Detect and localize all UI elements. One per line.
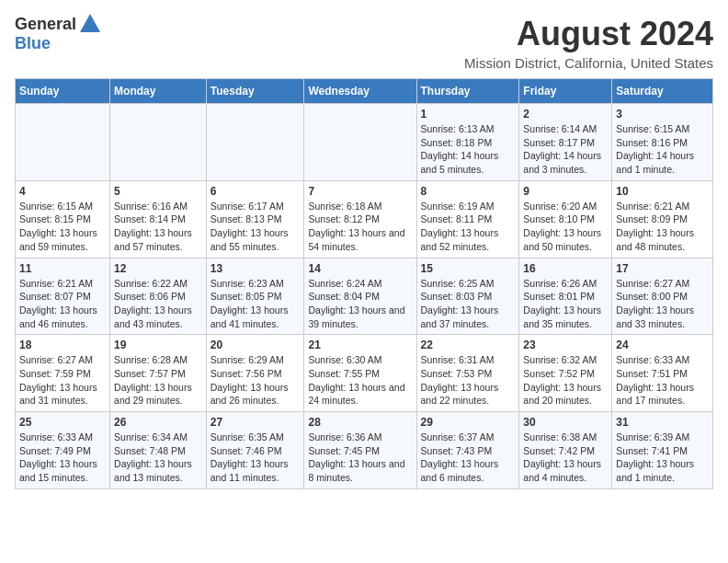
day-info: Sunrise: 6:37 AM Sunset: 7:43 PM Dayligh… <box>421 431 516 485</box>
day-header-thursday: Thursday <box>416 79 519 104</box>
day-info: Sunrise: 6:31 AM Sunset: 7:53 PM Dayligh… <box>421 353 516 408</box>
day-number: 21 <box>308 339 412 351</box>
calendar-cell: 29Sunrise: 6:37 AM Sunset: 7:43 PM Dayli… <box>416 412 519 489</box>
day-number: 30 <box>523 416 608 429</box>
day-number: 28 <box>308 416 412 429</box>
calendar-cell: 24Sunrise: 6:33 AM Sunset: 7:51 PM Dayli… <box>612 335 713 412</box>
day-number: 24 <box>616 339 709 351</box>
day-info: Sunrise: 6:16 AM Sunset: 8:14 PM Dayligh… <box>114 200 202 254</box>
calendar-cell: 20Sunrise: 6:29 AM Sunset: 7:56 PM Dayli… <box>206 335 304 412</box>
calendar-cell: 15Sunrise: 6:25 AM Sunset: 8:03 PM Dayli… <box>416 258 519 335</box>
day-info: Sunrise: 6:15 AM Sunset: 8:16 PM Dayligh… <box>616 122 709 177</box>
day-number: 12 <box>114 262 202 275</box>
day-info: Sunrise: 6:28 AM Sunset: 7:57 PM Dayligh… <box>114 353 202 408</box>
calendar-cell: 19Sunrise: 6:28 AM Sunset: 7:57 PM Dayli… <box>110 335 207 412</box>
calendar-cell: 5Sunrise: 6:16 AM Sunset: 8:14 PM Daylig… <box>110 180 207 258</box>
day-info: Sunrise: 6:26 AM Sunset: 8:01 PM Dayligh… <box>523 277 608 331</box>
day-info: Sunrise: 6:17 AM Sunset: 8:13 PM Dayligh… <box>210 200 301 254</box>
day-header-tuesday: Tuesday <box>206 79 304 104</box>
calendar-cell: 4Sunrise: 6:15 AM Sunset: 8:15 PM Daylig… <box>16 180 110 258</box>
day-info: Sunrise: 6:25 AM Sunset: 8:03 PM Dayligh… <box>421 277 516 331</box>
day-number: 10 <box>616 185 709 198</box>
calendar-cell: 12Sunrise: 6:22 AM Sunset: 8:06 PM Dayli… <box>110 258 207 335</box>
calendar-cell: 25Sunrise: 6:33 AM Sunset: 7:49 PM Dayli… <box>16 412 110 489</box>
logo-icon <box>80 14 100 32</box>
calendar-cell: 30Sunrise: 6:38 AM Sunset: 7:42 PM Dayli… <box>519 412 612 489</box>
day-info: Sunrise: 6:32 AM Sunset: 7:52 PM Dayligh… <box>523 353 608 408</box>
day-number: 31 <box>616 416 709 429</box>
day-number: 1 <box>421 108 516 121</box>
day-info: Sunrise: 6:14 AM Sunset: 8:17 PM Dayligh… <box>523 122 608 177</box>
calendar-cell: 6Sunrise: 6:17 AM Sunset: 8:13 PM Daylig… <box>206 180 304 258</box>
calendar-cell: 1Sunrise: 6:13 AM Sunset: 8:18 PM Daylig… <box>416 104 519 181</box>
day-info: Sunrise: 6:33 AM Sunset: 7:51 PM Dayligh… <box>616 353 709 408</box>
calendar-cell <box>110 104 207 181</box>
header: General Blue August 2024 Mission Distric… <box>15 15 713 71</box>
calendar-cell: 31Sunrise: 6:39 AM Sunset: 7:41 PM Dayli… <box>612 412 713 489</box>
calendar-cell: 13Sunrise: 6:23 AM Sunset: 8:05 PM Dayli… <box>206 258 304 335</box>
day-header-sunday: Sunday <box>16 79 110 104</box>
day-info: Sunrise: 6:21 AM Sunset: 8:09 PM Dayligh… <box>616 200 709 254</box>
main-title: August 2024 <box>464 15 713 53</box>
calendar-cell: 9Sunrise: 6:20 AM Sunset: 8:10 PM Daylig… <box>519 180 612 258</box>
week-row-5: 25Sunrise: 6:33 AM Sunset: 7:49 PM Dayli… <box>16 412 713 489</box>
day-info: Sunrise: 6:35 AM Sunset: 7:46 PM Dayligh… <box>210 431 301 485</box>
day-number: 9 <box>523 185 608 198</box>
day-info: Sunrise: 6:27 AM Sunset: 7:59 PM Dayligh… <box>19 353 106 408</box>
day-info: Sunrise: 6:20 AM Sunset: 8:10 PM Dayligh… <box>523 200 608 254</box>
day-number: 13 <box>210 262 301 275</box>
day-info: Sunrise: 6:27 AM Sunset: 8:00 PM Dayligh… <box>616 277 709 331</box>
day-info: Sunrise: 6:21 AM Sunset: 8:07 PM Dayligh… <box>19 277 106 331</box>
logo-general-text: General <box>15 15 76 34</box>
header-row: SundayMondayTuesdayWednesdayThursdayFrid… <box>16 79 713 104</box>
day-info: Sunrise: 6:30 AM Sunset: 7:55 PM Dayligh… <box>308 353 412 408</box>
calendar-cell: 22Sunrise: 6:31 AM Sunset: 7:53 PM Dayli… <box>416 335 519 412</box>
day-info: Sunrise: 6:33 AM Sunset: 7:49 PM Dayligh… <box>19 431 106 485</box>
calendar-cell: 14Sunrise: 6:24 AM Sunset: 8:04 PM Dayli… <box>304 258 416 335</box>
day-number: 22 <box>421 339 516 351</box>
week-row-2: 4Sunrise: 6:15 AM Sunset: 8:15 PM Daylig… <box>16 180 713 258</box>
day-info: Sunrise: 6:18 AM Sunset: 8:12 PM Dayligh… <box>308 200 412 254</box>
week-row-3: 11Sunrise: 6:21 AM Sunset: 8:07 PM Dayli… <box>16 258 713 335</box>
day-number: 17 <box>616 262 709 275</box>
logo: General Blue <box>15 15 100 53</box>
day-number: 20 <box>210 339 301 351</box>
calendar-cell: 11Sunrise: 6:21 AM Sunset: 8:07 PM Dayli… <box>16 258 110 335</box>
day-info: Sunrise: 6:23 AM Sunset: 8:05 PM Dayligh… <box>210 277 301 331</box>
day-number: 3 <box>616 108 709 121</box>
calendar-cell: 26Sunrise: 6:34 AM Sunset: 7:48 PM Dayli… <box>110 412 207 489</box>
calendar-cell: 3Sunrise: 6:15 AM Sunset: 8:16 PM Daylig… <box>612 104 713 181</box>
day-number: 14 <box>308 262 412 275</box>
day-info: Sunrise: 6:13 AM Sunset: 8:18 PM Dayligh… <box>421 122 516 177</box>
svg-marker-0 <box>80 14 100 32</box>
calendar-cell: 16Sunrise: 6:26 AM Sunset: 8:01 PM Dayli… <box>519 258 612 335</box>
logo-blue-text: Blue <box>15 34 51 52</box>
day-info: Sunrise: 6:24 AM Sunset: 8:04 PM Dayligh… <box>308 277 412 331</box>
day-number: 16 <box>523 262 608 275</box>
calendar-table: SundayMondayTuesdayWednesdayThursdayFrid… <box>15 78 713 489</box>
day-number: 27 <box>210 416 301 429</box>
day-number: 15 <box>421 262 516 275</box>
calendar-cell: 27Sunrise: 6:35 AM Sunset: 7:46 PM Dayli… <box>206 412 304 489</box>
day-number: 6 <box>210 185 301 198</box>
day-header-wednesday: Wednesday <box>304 79 416 104</box>
subtitle: Mission District, California, United Sta… <box>464 55 713 71</box>
day-number: 5 <box>114 185 202 198</box>
calendar-cell <box>206 104 304 181</box>
day-info: Sunrise: 6:38 AM Sunset: 7:42 PM Dayligh… <box>523 431 608 485</box>
calendar-cell: 8Sunrise: 6:19 AM Sunset: 8:11 PM Daylig… <box>416 180 519 258</box>
week-row-4: 18Sunrise: 6:27 AM Sunset: 7:59 PM Dayli… <box>16 335 713 412</box>
day-info: Sunrise: 6:34 AM Sunset: 7:48 PM Dayligh… <box>114 431 202 485</box>
day-number: 23 <box>523 339 608 351</box>
calendar-cell <box>16 104 110 181</box>
day-number: 8 <box>421 185 516 198</box>
day-number: 2 <box>523 108 608 121</box>
calendar-cell: 10Sunrise: 6:21 AM Sunset: 8:09 PM Dayli… <box>612 180 713 258</box>
day-info: Sunrise: 6:19 AM Sunset: 8:11 PM Dayligh… <box>421 200 516 254</box>
day-info: Sunrise: 6:15 AM Sunset: 8:15 PM Dayligh… <box>19 200 106 254</box>
day-number: 18 <box>19 339 106 351</box>
day-info: Sunrise: 6:22 AM Sunset: 8:06 PM Dayligh… <box>114 277 202 331</box>
day-number: 19 <box>114 339 202 351</box>
day-info: Sunrise: 6:39 AM Sunset: 7:41 PM Dayligh… <box>616 431 709 485</box>
day-header-friday: Friday <box>519 79 612 104</box>
